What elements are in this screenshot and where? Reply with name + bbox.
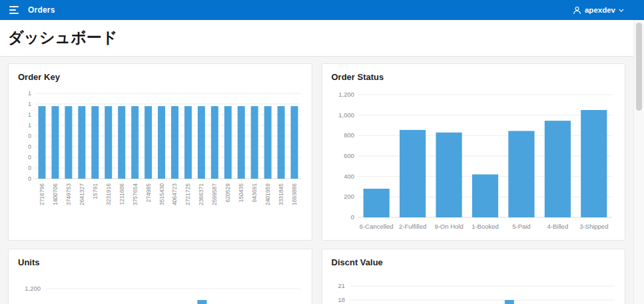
svg-text:0: 0 [28,133,31,139]
svg-text:620529: 620529 [224,183,231,203]
svg-text:1: 1 [28,111,31,118]
svg-text:2716796: 2716796 [39,183,45,205]
svg-text:150435: 150435 [238,183,244,203]
svg-text:1: 1 [28,122,31,129]
page-title: ダッシュボード [8,28,625,47]
card-title: Order Status [322,64,625,84]
svg-text:943691: 943691 [251,183,258,203]
scrollbar-thumb[interactable] [636,23,642,111]
svg-text:1211606: 1211606 [119,183,125,205]
svg-text:800: 800 [344,131,354,139]
svg-text:2366371: 2366371 [198,183,204,205]
svg-text:21: 21 [338,282,345,289]
svg-text:4-Billed: 4-Billed [547,223,568,230]
svg-text:5-Paid: 5-Paid [512,223,530,230]
user-icon [573,6,581,15]
svg-text:3231916: 3231916 [105,183,112,205]
svg-text:3749753: 3749753 [65,183,72,205]
order-key-chart[interactable]: 1111000002716796140070637497532641327157… [15,87,305,235]
svg-text:4064723: 4064723 [171,183,178,205]
user-name: apexdev [585,6,615,14]
svg-text:2-Fulfilled: 2-Fulfilled [399,223,426,230]
svg-text:0: 0 [28,175,31,182]
card-title: Order Key [9,64,312,84]
svg-text:2721725: 2721725 [184,183,191,205]
vertical-scrollbar[interactable] [633,20,644,304]
chevron-down-icon [619,9,624,12]
units-chart[interactable]: 1,200 [15,272,305,304]
svg-text:2599587: 2599587 [211,183,218,205]
svg-text:0: 0 [28,154,31,161]
svg-text:1-Booked: 1-Booked [472,223,499,230]
app-title: Orders [28,5,55,15]
svg-text:15791: 15791 [92,183,99,199]
page-header: ダッシュボード [0,20,633,57]
svg-text:1400706: 1400706 [52,183,59,205]
svg-text:1,200: 1,200 [25,285,41,292]
svg-text:400: 400 [344,173,354,180]
svg-text:9-On Hold: 9-On Hold [434,223,463,230]
svg-text:0: 0 [28,165,31,171]
svg-text:200: 200 [344,193,354,200]
svg-text:3-Shipped: 3-Shipped [579,223,608,230]
svg-text:1,200: 1,200 [338,91,354,98]
svg-text:2641327: 2641327 [79,183,85,205]
svg-text:1: 1 [28,90,31,97]
svg-text:274985: 274985 [145,183,152,203]
discnt-value-chart[interactable]: 2118 [329,272,619,304]
svg-text:3757654: 3757654 [132,183,139,205]
app-header: Orders apexdev [0,0,644,20]
svg-text:2401959: 2401959 [264,183,271,205]
hamburger-icon [9,6,19,14]
nav-menu-button[interactable] [7,3,21,17]
card-discnt-value: Discnt Value 2118 [322,249,626,304]
user-menu-button[interactable]: apexdev [569,5,628,15]
svg-text:1693886: 1693886 [291,183,298,205]
card-units: Units 1,200 [8,249,312,304]
order-status-chart[interactable]: 02004006008001,0001,2006-Cancelled2-Fulf… [329,87,619,235]
svg-text:6-Cancelled: 6-Cancelled [359,223,393,230]
svg-text:0: 0 [28,143,31,150]
svg-text:1,000: 1,000 [338,111,354,119]
svg-text:1: 1 [28,101,31,107]
svg-text:3331845: 3331845 [278,183,284,205]
card-order-key: Order Key 111100000271679614007063749753… [8,63,312,241]
svg-text:600: 600 [344,152,354,159]
card-order-status: Order Status 02004006008001,0001,2006-Ca… [322,63,626,241]
main-area: Orders apexdev ダッシュボード Order Key 1111000… [0,0,633,304]
card-title: Units [9,249,312,269]
dashboard-grid: Order Key 111100000271679614007063749753… [0,57,633,304]
card-title: Discnt Value [322,249,625,269]
app-window: Orders apexdev ダッシュボード Order Key 1111000… [0,0,644,304]
svg-text:18: 18 [338,296,345,303]
svg-text:3515430: 3515430 [159,183,165,205]
svg-text:0: 0 [350,213,354,221]
